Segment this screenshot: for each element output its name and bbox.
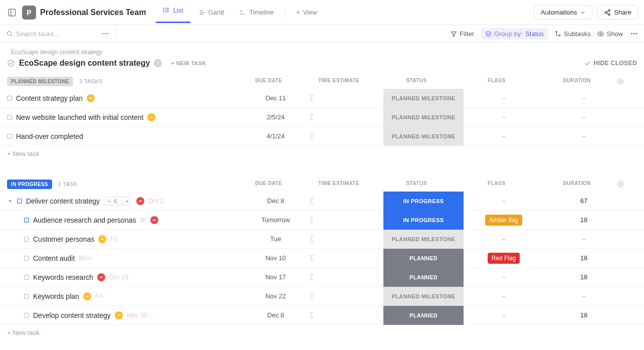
task-status-square[interactable] (17, 199, 22, 204)
due-date-cell[interactable]: Dec 8 (243, 311, 308, 319)
duration-cell[interactable]: 67 (544, 197, 624, 205)
group-chip[interactable]: PLANNED MILESTONE (7, 77, 73, 86)
time-estimate-cell[interactable] (308, 114, 383, 120)
add-column-button[interactable] (617, 78, 637, 85)
due-date-cell[interactable]: 4/1/24 (243, 132, 308, 140)
chevron-down-icon[interactable] (7, 198, 13, 204)
task-row[interactable]: Keywords researchOct 19Nov 17PLANNED–18 (0, 268, 644, 287)
task-row[interactable]: Audience research and personasTomorrowIN… (0, 211, 644, 230)
add-view-button[interactable]: + View (289, 5, 324, 20)
col-head-estimate[interactable]: TIME ESTIMATE (301, 181, 376, 188)
view-tab-gantt[interactable]: Gantt (191, 5, 232, 20)
group-chip[interactable]: IN PROGRESS (7, 180, 52, 189)
priority-pill-icon[interactable] (87, 94, 95, 102)
priority-pill-icon[interactable] (115, 311, 123, 319)
time-estimate-cell[interactable] (308, 133, 383, 139)
new-task-top-button[interactable]: + NEW TASK (171, 60, 206, 66)
task-row[interactable]: Keywords planFriNov 22PLANNED MILESTONE–… (0, 287, 644, 306)
task-row[interactable]: Deliver content strategy 6+Oct 2Dec 8IN … (0, 192, 644, 211)
priority-pill-icon[interactable] (97, 273, 105, 281)
filter-button[interactable]: Filter (451, 30, 474, 38)
col-head-estimate[interactable]: TIME ESTIMATE (301, 78, 376, 85)
status-cell[interactable]: PLANNED (383, 306, 464, 325)
due-date-cell[interactable]: 2/5/24 (243, 113, 308, 121)
toolbar-more-button[interactable] (630, 30, 638, 38)
due-date-cell[interactable]: Nov 22 (243, 292, 308, 300)
flags-cell[interactable]: Amber flag (464, 215, 544, 226)
info-icon[interactable]: i (154, 59, 162, 67)
duration-cell[interactable]: 18 (544, 216, 624, 224)
duration-cell[interactable]: 18 (544, 311, 624, 319)
flags-cell[interactable]: – (464, 273, 544, 281)
sidebar-toggle-icon[interactable] (6, 7, 18, 19)
task-status-square[interactable] (24, 294, 29, 299)
task-row[interactable]: Customer personasFriTuePLANNED MILESTONE… (0, 230, 644, 249)
priority-pill-icon[interactable] (136, 197, 144, 205)
status-cell[interactable]: PLANNED MILESTONE (383, 287, 464, 306)
automations-button[interactable]: Automations (534, 5, 592, 20)
status-cell[interactable]: PLANNED MILESTONE (383, 108, 464, 127)
time-estimate-cell[interactable] (308, 293, 383, 299)
due-date-cell[interactable]: Dec 8 (243, 197, 308, 205)
hide-closed-button[interactable]: HIDE CLOSED (584, 60, 637, 67)
flags-cell[interactable]: – (464, 113, 544, 121)
due-date-cell[interactable]: Tomorrow (243, 216, 308, 224)
show-button[interactable]: Show (597, 30, 623, 38)
flags-cell[interactable]: – (464, 132, 544, 140)
add-subtask-button[interactable]: + (122, 197, 131, 205)
duration-cell[interactable]: 18 (544, 273, 624, 281)
priority-pill-icon[interactable] (150, 216, 158, 224)
flag-badge[interactable]: Amber flag (485, 215, 522, 226)
time-estimate-cell[interactable] (308, 217, 383, 223)
flag-badge[interactable]: Red Flag (488, 253, 520, 264)
task-row[interactable]: Content strategy planDec 11PLANNED MILES… (0, 89, 644, 108)
subtasks-button[interactable]: Subtasks (555, 30, 590, 38)
breadcrumb[interactable]: EcoScape design content strategy (11, 49, 637, 56)
duration-cell[interactable]: – (544, 94, 624, 102)
duration-cell[interactable]: 18 (544, 254, 624, 262)
workspace-avatar[interactable]: P (22, 6, 36, 20)
time-estimate-cell[interactable] (308, 236, 383, 242)
col-head-due[interactable]: DUE DATE (236, 78, 301, 85)
status-cell[interactable]: PLANNED (383, 268, 464, 287)
time-estimate-cell[interactable] (308, 255, 383, 261)
due-date-cell[interactable]: Nov 10 (243, 254, 308, 262)
groupby-button[interactable]: Group by: Status (481, 28, 548, 40)
flags-cell[interactable]: – (464, 311, 544, 319)
flags-cell[interactable]: – (464, 292, 544, 300)
new-task-row-button[interactable]: + New task (0, 325, 644, 340)
due-date-cell[interactable]: Nov 17 (243, 273, 308, 281)
task-row[interactable]: Develop content strategyNov 30Dec 8PLANN… (0, 306, 644, 325)
task-status-square[interactable] (24, 218, 29, 223)
view-tab-timeline[interactable]: Timeline (232, 5, 281, 20)
priority-pill-icon[interactable] (83, 292, 91, 300)
task-row[interactable]: Hand-over completed4/1/24PLANNED MILESTO… (0, 127, 644, 146)
share-button[interactable]: Share (597, 5, 638, 20)
task-row[interactable]: Content auditMonNov 10PLANNEDRed Flag18 (0, 249, 644, 268)
new-task-row-button[interactable]: + New task (0, 146, 644, 161)
search-input[interactable] (16, 30, 91, 38)
duration-cell[interactable]: – (544, 113, 624, 121)
duration-cell[interactable]: – (544, 132, 624, 140)
task-status-square[interactable] (24, 237, 29, 242)
flags-cell[interactable]: Red Flag (464, 253, 544, 264)
task-status-square[interactable] (7, 134, 12, 139)
add-column-button[interactable] (617, 181, 637, 188)
task-status-square[interactable] (7, 96, 12, 101)
time-estimate-cell[interactable] (308, 312, 383, 318)
task-row[interactable]: New website launched with initial conten… (0, 108, 644, 127)
view-tab-list[interactable]: List (156, 3, 190, 18)
flags-cell[interactable]: – (464, 94, 544, 102)
status-cell[interactable]: IN PROGRESS (383, 211, 464, 230)
col-head-flags[interactable]: FLAGS (457, 181, 537, 188)
status-cell[interactable]: PLANNED MILESTONE (383, 127, 464, 146)
col-head-duration[interactable]: DURATION (537, 78, 617, 85)
duration-cell[interactable]: – (544, 292, 624, 300)
priority-pill-icon[interactable] (147, 113, 155, 121)
col-head-status[interactable]: STATUS (376, 78, 457, 85)
due-date-cell[interactable]: Tue (243, 235, 308, 243)
status-cell[interactable]: PLANNED MILESTONE (383, 230, 464, 249)
col-head-duration[interactable]: DURATION (537, 181, 617, 188)
task-status-square[interactable] (7, 115, 12, 120)
flags-cell[interactable]: – (464, 197, 544, 205)
